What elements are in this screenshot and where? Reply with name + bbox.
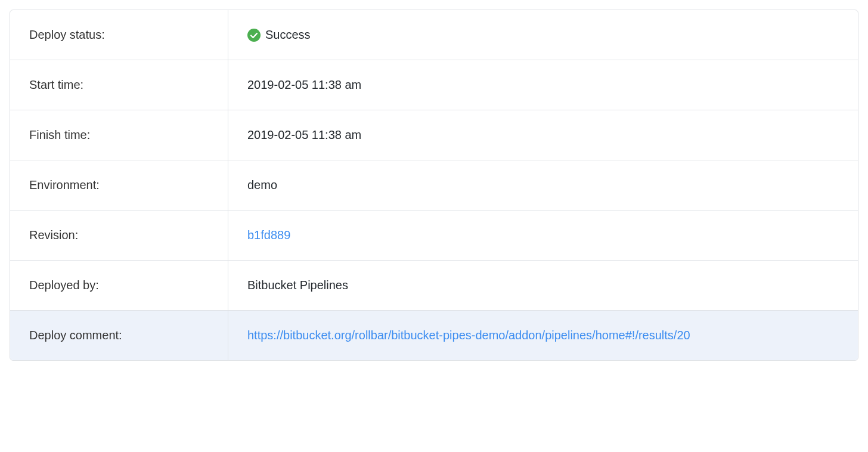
revision-value-cell: b1fd889	[228, 210, 858, 260]
environment-label: Environment:	[10, 160, 228, 210]
deploy-comment-value-cell: https://bitbucket.org/rollbar/bitbucket-…	[228, 311, 858, 360]
finish-time-row: Finish time: 2019-02-05 11:38 am	[10, 110, 858, 160]
deploy-status-value: Success	[228, 10, 858, 60]
deploy-details-table: Deploy status: Success Start time: 2019-…	[10, 10, 858, 361]
finish-time-label: Finish time:	[10, 110, 228, 160]
deploy-status-row: Deploy status: Success	[10, 10, 858, 60]
start-time-value: 2019-02-05 11:38 am	[228, 60, 858, 110]
environment-value: demo	[228, 160, 858, 210]
deployed-by-row: Deployed by: Bitbucket Pipelines	[10, 261, 858, 311]
revision-label: Revision:	[10, 210, 228, 260]
success-check-icon	[247, 29, 261, 42]
start-time-row: Start time: 2019-02-05 11:38 am	[10, 60, 858, 110]
deploy-status-text: Success	[265, 28, 311, 42]
deployed-by-value: Bitbucket Pipelines	[228, 261, 858, 310]
deploy-comment-row: Deploy comment: https://bitbucket.org/ro…	[10, 311, 858, 360]
deploy-status-label: Deploy status:	[10, 10, 228, 60]
revision-row: Revision: b1fd889	[10, 210, 858, 261]
revision-link[interactable]: b1fd889	[247, 228, 290, 242]
deployed-by-label: Deployed by:	[10, 261, 228, 310]
svg-point-0	[247, 29, 261, 42]
environment-row: Environment: demo	[10, 160, 858, 210]
deploy-comment-label: Deploy comment:	[10, 311, 228, 360]
start-time-label: Start time:	[10, 60, 228, 110]
deploy-comment-link[interactable]: https://bitbucket.org/rollbar/bitbucket-…	[247, 329, 690, 342]
finish-time-value: 2019-02-05 11:38 am	[228, 110, 858, 160]
